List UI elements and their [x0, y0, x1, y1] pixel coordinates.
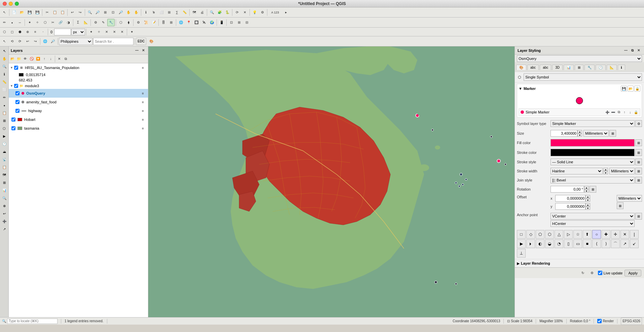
tb-zoom-layer[interactable]: ⊡: [109, 9, 117, 16]
sidebar-3d[interactable]: ⬡: [1, 125, 8, 132]
layer-hrsl-menu[interactable]: ≡: [139, 64, 147, 71]
size-up[interactable]: ▲: [577, 130, 582, 133]
sidebar-elev[interactable]: ⛰: [1, 148, 8, 155]
tb-digitize[interactable]: ✦: [26, 19, 33, 26]
tb-new[interactable]: 📄: [10, 9, 18, 16]
sidebar-node[interactable]: ⬥: [1, 101, 8, 109]
tb-undo[interactable]: ↩: [69, 9, 76, 16]
anchor-v-select[interactable]: VCenter Top Bottom: [551, 213, 635, 220]
tb-adv6[interactable]: ✦: [128, 28, 136, 36]
tb-edc[interactable]: EDC: [136, 38, 146, 45]
layers-minimize[interactable]: —: [134, 48, 140, 53]
shape-diag-sq[interactable]: ⟨: [592, 239, 601, 248]
locate-input[interactable]: [7, 319, 58, 324]
tb-digi2[interactable]: ✧: [34, 19, 41, 26]
tb-loc2[interactable]: 🔎: [49, 38, 56, 45]
minimize-button[interactable]: [9, 2, 13, 6]
rendering-section-header[interactable]: ▶ Layer Rendering: [517, 261, 642, 266]
shape-diag-sq2[interactable]: ⟩: [602, 239, 610, 248]
styling-tab-mask[interactable]: abc: [540, 65, 551, 70]
shape-line[interactable]: |: [630, 230, 639, 239]
sub-remove[interactable]: ➖: [610, 109, 616, 115]
layer-osmquery[interactable]: OsmQuery ≡: [9, 89, 148, 98]
tb-identify[interactable]: ℹ: [142, 9, 150, 16]
shape-quarter-circle[interactable]: ◔: [555, 239, 563, 248]
tb-print[interactable]: 🖨: [198, 9, 206, 16]
tb-search[interactable]: 🔍: [208, 9, 216, 16]
close-button[interactable]: [3, 2, 7, 6]
tb-db[interactable]: 🗄: [160, 19, 167, 26]
sidebar-tile[interactable]: ⊞: [1, 179, 8, 186]
shape-third-circle[interactable]: ◒: [545, 239, 554, 248]
symbol-layer-type-select[interactable]: Simple Marker: [551, 120, 635, 127]
search-input[interactable]: [93, 38, 134, 45]
tb-zoom-extent[interactable]: ⊞: [102, 9, 109, 16]
tb-pan-map[interactable]: ✋: [132, 9, 140, 16]
layer-fastfood-menu[interactable]: ≡: [139, 98, 147, 106]
tb-stats[interactable]: ∑: [173, 9, 181, 16]
shape-square-fill[interactable]: ■: [583, 239, 592, 248]
renderer-select[interactable]: Single Symbol Categorized Graduated: [524, 73, 642, 81]
rotation-down[interactable]: ▼: [584, 189, 589, 193]
layer-tasmania-checkbox[interactable]: [11, 126, 15, 130]
tb-adv3[interactable]: ✕: [103, 28, 110, 36]
tb-edit[interactable]: ✏: [1, 19, 8, 26]
sub-lock[interactable]: 🔒: [633, 109, 639, 115]
sidebar-identify[interactable]: ℹ: [1, 70, 8, 78]
stroke-width-expr[interactable]: ⊞: [635, 168, 642, 174]
sidebar-edit[interactable]: ✏: [1, 94, 8, 101]
tb-hist[interactable]: 📜: [142, 19, 150, 26]
styling-layer-dropdown[interactable]: OsmQuery: [517, 55, 642, 62]
tb-redo[interactable]: ↪: [76, 9, 84, 16]
tb-tip[interactable]: 💡: [251, 9, 258, 16]
layers-open-layer[interactable]: 📂: [9, 56, 15, 62]
size-expr-btn[interactable]: ⊞: [609, 130, 616, 137]
styling-minimize[interactable]: —: [623, 48, 629, 53]
layer-tasmania-menu[interactable]: ≡: [139, 125, 147, 132]
tb-snapping[interactable]: 🔧: [107, 19, 115, 26]
tb-model[interactable]: ⬡: [117, 19, 124, 26]
styling-tab-rendering[interactable]: 🔧: [584, 65, 595, 70]
tb-shape-digi[interactable]: ⬡: [41, 19, 49, 26]
tb-python[interactable]: 🐍: [224, 9, 231, 16]
shape-half-circle[interactable]: ◐: [536, 239, 544, 248]
tb-measure[interactable]: 📏: [181, 9, 188, 16]
sidebar-select2[interactable]: ⬜: [1, 86, 8, 93]
tb-arrow-r2[interactable]: ⟳: [16, 38, 24, 45]
offset-y-input[interactable]: [555, 203, 585, 210]
tb-qfield[interactable]: 📱: [218, 19, 225, 26]
symbol-load[interactable]: 📂: [628, 86, 634, 92]
sub-up[interactable]: ↑: [622, 109, 627, 115]
shape-diamond[interactable]: ◇: [526, 230, 535, 239]
tb-adv2[interactable]: ✧: [95, 28, 103, 36]
tb-snap1[interactable]: ⬡: [1, 28, 8, 36]
shape-arrow-lup[interactable]: ↗: [620, 239, 629, 248]
styling-detach[interactable]: ⧉: [630, 48, 635, 53]
offset-expr[interactable]: ⊞: [617, 202, 623, 209]
styling-tab-labels[interactable]: abc: [527, 65, 539, 70]
shape-triangle-r[interactable]: ▷: [564, 230, 573, 239]
tb-zoom-select[interactable]: 🔎: [117, 9, 124, 16]
offset-y-up[interactable]: ▲: [585, 203, 590, 206]
sidebar-layer[interactable]: ⊞: [1, 117, 8, 124]
shape-star[interactable]: ☆: [573, 230, 582, 239]
layer-hobart-menu[interactable]: ≡: [139, 116, 147, 123]
sidebar-stat[interactable]: 📊: [1, 187, 8, 194]
shape-rect-v[interactable]: ▯: [564, 239, 573, 248]
shape-arrow-r[interactable]: ⏵: [526, 239, 535, 248]
layer-module3-checkbox[interactable]: [14, 84, 18, 88]
sidebar-more2[interactable]: ↗: [1, 225, 8, 233]
sidebar-overview[interactable]: 🗺: [1, 171, 8, 178]
layer-hobart-checkbox[interactable]: [11, 118, 15, 122]
tb-db2[interactable]: ⊞: [167, 19, 175, 26]
tb-satellite[interactable]: 🛰: [200, 19, 208, 26]
layer-hrsl-checkbox[interactable]: [14, 66, 18, 70]
tb-georef3[interactable]: 🔲: [193, 19, 200, 26]
sidebar-undo[interactable]: ↩: [1, 210, 8, 217]
tb-offset[interactable]: ◑: [65, 19, 72, 26]
tb-cut[interactable]: ✂: [43, 9, 51, 16]
tb-loc1[interactable]: 🌐: [41, 38, 49, 45]
offset-y-down[interactable]: ▼: [585, 206, 590, 210]
shape-square[interactable]: □: [517, 230, 526, 239]
tb-plugin2[interactable]: ⊞: [235, 19, 243, 26]
